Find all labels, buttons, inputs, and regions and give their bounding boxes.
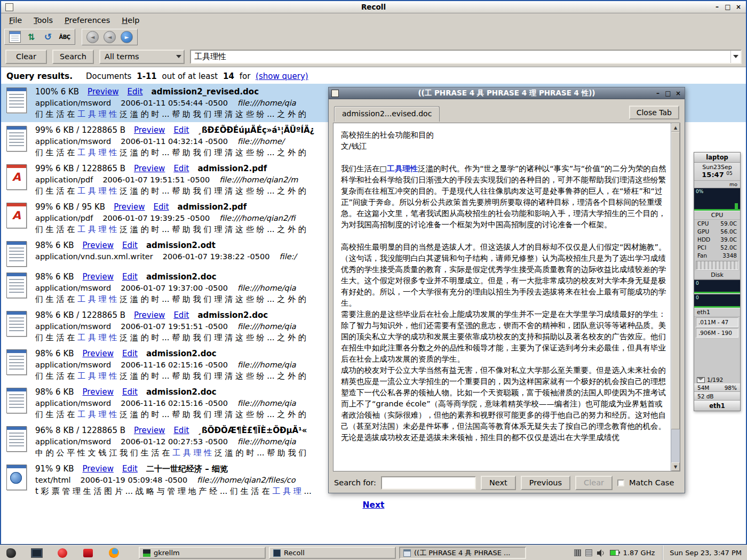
recoll-titlebar[interactable]: Recoll – □ × xyxy=(1,1,746,13)
keyboard-layout-icon[interactable] xyxy=(574,549,581,556)
menu-tools[interactable]: Tools xyxy=(28,14,59,26)
pdf-file-icon[interactable] xyxy=(6,164,27,190)
preview-link[interactable]: Preview xyxy=(83,464,114,474)
memory-meter[interactable]: 54M98% xyxy=(694,383,740,392)
preview-link[interactable]: Preview xyxy=(114,202,145,212)
html-file-icon[interactable] xyxy=(6,465,27,490)
find-clear-button[interactable]: Clear xyxy=(575,476,613,490)
preview-scrollbar[interactable]: ▲ ▼ xyxy=(671,123,680,471)
preview-link[interactable]: Preview xyxy=(134,310,165,320)
preview-titlebar[interactable]: ((工 PHRASE 4 具 PHRASE 4 理 PHRASE 4 性)) –… xyxy=(329,87,685,99)
taskbar-button-recoll[interactable]: Recoll xyxy=(269,547,396,559)
preview-tab[interactable]: admission2...evised.doc xyxy=(334,106,440,122)
maximize-icon[interactable]: □ xyxy=(664,89,672,98)
menu-help[interactable]: Help xyxy=(116,14,145,26)
pdf-file-icon[interactable] xyxy=(6,203,27,228)
nav-back-icon[interactable]: ◄ xyxy=(86,31,99,43)
media-player-launcher-icon[interactable] xyxy=(55,547,69,559)
find-next-button[interactable]: Next xyxy=(481,476,516,490)
terminal-launcher-icon[interactable] xyxy=(30,547,44,559)
snippet-text: 们 生 活 在 xyxy=(35,225,77,234)
sort-icon[interactable]: ⇅ xyxy=(26,31,37,43)
preview-link[interactable]: Preview xyxy=(83,349,114,358)
scrollbar-track[interactable] xyxy=(671,429,680,462)
edit-link[interactable]: Edit xyxy=(154,202,169,212)
menu-preferences[interactable]: Preferences xyxy=(59,14,116,26)
update-index-icon[interactable]: ↺ xyxy=(42,31,54,43)
doc-file-icon[interactable] xyxy=(6,426,27,452)
mail-monitor[interactable]: 1/192 xyxy=(694,376,740,383)
minimize-icon[interactable]: – xyxy=(654,89,662,98)
taskbar-clock[interactable]: Sun Sep 23, 3:47 PM xyxy=(662,546,747,560)
preview-link[interactable]: Preview xyxy=(83,241,114,250)
preview-link[interactable]: Preview xyxy=(83,272,114,282)
preview-document[interactable]: 高校招生的社会功能和目的 文/钱江 我们生活在□工具理性泛滥的时代。作为“世之显… xyxy=(333,123,671,471)
disk-read-chart[interactable]: 0 xyxy=(694,279,740,294)
edit-link[interactable]: Edit xyxy=(173,426,189,435)
disk-write-value: 0 xyxy=(696,295,699,300)
preview-link[interactable]: Preview xyxy=(83,387,114,397)
edit-link[interactable]: Edit xyxy=(173,164,189,173)
cpu-chart[interactable]: 0% xyxy=(694,188,740,211)
doc-file-icon[interactable] xyxy=(6,273,27,298)
edit-link[interactable]: Edit xyxy=(173,125,189,135)
search-history-dropdown[interactable] xyxy=(730,51,741,63)
result-url: file:///home/qia xyxy=(237,99,296,107)
minimize-icon[interactable]: – xyxy=(712,3,722,11)
taskbar-button-preview[interactable]: ((工 PHRASE 4 具 PHRASE ... xyxy=(399,547,526,559)
doc-history-icon[interactable] xyxy=(9,31,21,43)
clear-button[interactable]: Clear xyxy=(5,50,47,64)
nav-back2-icon[interactable]: ◄ xyxy=(104,31,116,43)
show-query-link[interactable]: (show query) xyxy=(256,71,308,81)
result-title: admission2.doc xyxy=(197,310,268,320)
find-input[interactable] xyxy=(381,476,476,490)
doc-file-icon[interactable] xyxy=(6,349,27,375)
pager-icon[interactable] xyxy=(585,549,592,556)
menu-file[interactable]: File xyxy=(3,14,28,26)
search-input[interactable] xyxy=(191,52,730,61)
battery-icon[interactable] xyxy=(610,550,619,556)
preview-link[interactable]: Preview xyxy=(134,164,165,173)
gkrellm-icon xyxy=(143,549,150,557)
scrollbar-thumb[interactable] xyxy=(671,132,680,429)
term-explorer-icon[interactable]: ÂBÇ xyxy=(59,31,70,43)
match-case-checkbox[interactable] xyxy=(617,479,624,486)
edit-link[interactable]: Edit xyxy=(173,310,189,320)
doc-file-icon[interactable] xyxy=(6,388,27,413)
edit-link[interactable]: Edit xyxy=(122,464,138,474)
doc-file-icon[interactable] xyxy=(6,311,27,337)
close-tab-button[interactable]: Close Tab xyxy=(629,106,679,119)
edit-link[interactable]: Edit xyxy=(122,272,138,282)
footprint-launcher-icon[interactable] xyxy=(4,547,18,559)
next-page-link[interactable]: Next xyxy=(363,500,385,510)
taskbar-button-gkrellm[interactable]: gkrellm xyxy=(139,547,266,559)
doc-file-icon[interactable] xyxy=(6,87,27,113)
preview-link[interactable]: Preview xyxy=(134,125,165,135)
preview-link[interactable]: Preview xyxy=(134,426,165,435)
result-date: 2006-11-16 02:15:16 -0500 xyxy=(121,361,228,369)
close-icon[interactable]: × xyxy=(734,3,743,11)
volume-meter[interactable]: 52 dB xyxy=(694,392,740,401)
firefox-launcher-icon[interactable] xyxy=(107,547,121,559)
edit-link[interactable]: Edit xyxy=(122,349,138,358)
scroll-up-icon[interactable]: ▲ xyxy=(671,123,680,132)
search-button[interactable]: Search xyxy=(52,50,94,64)
maximize-icon[interactable]: □ xyxy=(723,3,733,11)
edit-link[interactable]: Edit xyxy=(127,87,142,97)
package-launcher-icon[interactable] xyxy=(81,547,95,559)
find-previous-button[interactable]: Previous xyxy=(521,476,570,490)
doc-file-icon[interactable] xyxy=(6,126,27,151)
scroll-down-icon[interactable]: ▼ xyxy=(671,462,680,471)
search-mode-select[interactable]: All terms xyxy=(99,50,185,64)
edit-link[interactable]: Edit xyxy=(122,241,138,250)
snippet-text: 们 生 活 在 xyxy=(35,109,77,119)
doc-file-icon[interactable] xyxy=(6,241,27,267)
close-icon[interactable]: × xyxy=(674,89,682,98)
gkrellm-monitor[interactable]: laptop Sun23Sep 15:47 05 mo 0% CPU CPU59… xyxy=(694,152,741,411)
speaker-icon[interactable] xyxy=(597,549,606,557)
edit-link[interactable]: Edit xyxy=(122,387,138,397)
preview-link[interactable]: Preview xyxy=(88,87,118,97)
disk-write-chart[interactable]: 0 xyxy=(694,294,740,308)
nav-forward-icon[interactable]: ► xyxy=(121,31,133,43)
snippet-match: 工 具 理 性 xyxy=(77,371,117,381)
